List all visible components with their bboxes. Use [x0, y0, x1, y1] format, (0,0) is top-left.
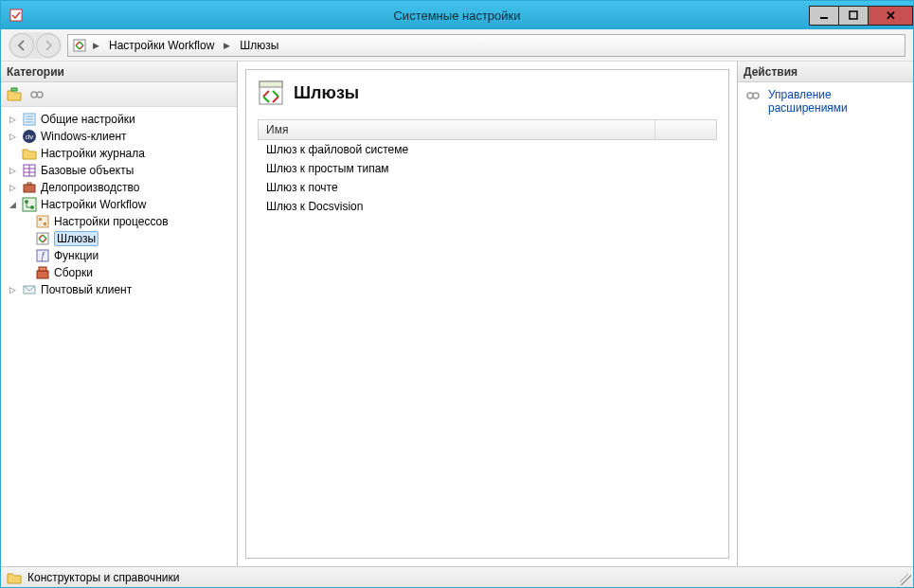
tree-item-wf-settings[interactable]: ◢ Настройки Workflow — [5, 196, 235, 213]
expand-icon[interactable]: ▷ — [7, 115, 18, 124]
svg-point-27 — [747, 93, 753, 98]
svg-rect-22 — [37, 271, 48, 278]
mail-icon — [22, 282, 37, 297]
expand-icon[interactable]: ▷ — [7, 183, 18, 192]
tree-item-workflow[interactable]: ▷ Делопроизводство — [5, 179, 235, 196]
expand-icon[interactable]: ▷ — [7, 132, 18, 141]
categories-panel: Категории ▷ Общие настройки ▷ — [1, 62, 238, 566]
titlebar: Системные настройки ✕ — [1, 1, 913, 29]
svg-rect-2 — [850, 11, 857, 19]
svg-point-14 — [25, 200, 28, 204]
status-bar: Конструкторы и справочники — [1, 566, 913, 587]
navigation-bar: ▶ Настройки Workflow ▶ Шлюзы — [1, 29, 913, 62]
folder-tree-icon[interactable] — [7, 87, 22, 102]
svg-rect-3 — [74, 40, 85, 51]
tree-item-wf-gateways[interactable]: ▷ Шлюзы — [18, 230, 235, 247]
folder-icon — [7, 570, 22, 585]
tree-label: Делопроизводство — [41, 181, 139, 194]
svg-rect-11 — [24, 185, 35, 192]
app-icon — [9, 8, 24, 23]
window-title: Системные настройки — [1, 9, 913, 23]
tree-item-baseobjects[interactable]: ▷ Базовые объекты — [5, 162, 235, 179]
tree-label: Сборки — [54, 266, 93, 279]
tree-label: Общие настройки — [41, 113, 135, 126]
gateway-row[interactable]: Шлюз к почте — [258, 178, 717, 197]
gateway-name: Шлюз к простым типам — [266, 162, 389, 175]
svg-point-6 — [37, 92, 43, 98]
tree-item-general[interactable]: ▷ Общие настройки — [5, 111, 235, 128]
content-panel: Шлюзы Имя Шлюз к файловой системе Шлюз к… — [238, 62, 737, 566]
breadcrumb-root[interactable]: Настройки Workflow — [105, 35, 218, 56]
link-icon[interactable] — [29, 87, 45, 102]
actions-header: Действия — [738, 62, 913, 82]
collapse-icon[interactable]: ◢ — [7, 200, 18, 209]
column-name[interactable]: Имя — [259, 120, 655, 139]
svg-rect-0 — [10, 9, 22, 21]
svg-rect-13 — [23, 198, 36, 211]
tree-item-winclient[interactable]: ▷ dv Windows-клиент — [5, 128, 235, 145]
minimize-button[interactable] — [809, 6, 839, 26]
breadcrumb-root-label: Настройки Workflow — [109, 39, 214, 52]
content-inner: Шлюзы Имя Шлюз к файловой системе Шлюз к… — [245, 69, 729, 559]
breadcrumb-leaf[interactable]: Шлюзы — [236, 35, 282, 56]
tree-label: Почтовый клиент — [41, 283, 132, 296]
assembly-icon — [35, 265, 50, 280]
tree-item-wf-assemblies[interactable]: ▷ Сборки — [18, 264, 235, 281]
settings-icon — [22, 112, 37, 127]
gateway-icon — [35, 231, 50, 246]
back-button[interactable] — [9, 33, 34, 58]
svg-point-28 — [753, 93, 759, 98]
tree-label: Настройки Workflow — [41, 198, 146, 211]
svg-rect-4 — [11, 88, 17, 91]
svg-rect-23 — [39, 267, 46, 271]
gateway-name: Шлюз к почте — [266, 181, 338, 194]
nav-buttons — [9, 32, 62, 59]
function-icon: ƒ — [35, 248, 50, 263]
tree-label: Настройки журнала — [41, 147, 145, 160]
svg-text:ƒ: ƒ — [40, 251, 45, 261]
svg-rect-17 — [39, 218, 42, 221]
dv-icon: dv — [22, 129, 37, 144]
breadcrumb-sep-icon: ▶ — [89, 41, 103, 50]
maximize-button[interactable] — [838, 6, 869, 26]
table-icon — [22, 163, 37, 178]
grid-header: Имя — [258, 119, 717, 140]
body: Категории ▷ Общие настройки ▷ — [1, 62, 913, 566]
grid-body: Шлюз к файловой системе Шлюз к простым т… — [258, 140, 717, 216]
close-button[interactable]: ✕ — [868, 6, 913, 26]
breadcrumb[interactable]: ▶ Настройки Workflow ▶ Шлюзы — [67, 34, 905, 57]
breadcrumb-leaf-label: Шлюзы — [240, 39, 278, 52]
window-buttons: ✕ — [810, 6, 913, 26]
svg-point-5 — [31, 92, 37, 98]
categories-toolbar — [1, 82, 237, 107]
tree-item-wf-processes[interactable]: ▷ Настройки процессов — [18, 213, 235, 230]
column-spacer — [655, 120, 716, 139]
gateway-row[interactable]: Шлюз к файловой системе — [258, 140, 717, 159]
link-icon — [745, 88, 761, 103]
action-manage-extensions[interactable]: Управление расширениями — [738, 82, 913, 120]
content-title: Шлюзы — [294, 83, 359, 103]
tree-label-selected: Шлюзы — [54, 231, 99, 246]
forward-button[interactable] — [36, 33, 61, 58]
folder-icon — [22, 146, 37, 161]
tree-label: Функции — [54, 249, 99, 262]
breadcrumb-root-icon — [72, 38, 87, 53]
tree-item-journal[interactable]: ▷ Настройки журнала — [5, 145, 235, 162]
briefcase-icon — [22, 180, 37, 195]
resize-grip[interactable] — [900, 574, 911, 585]
breadcrumb-sep-icon: ▶ — [220, 41, 234, 50]
tree-item-wf-functions[interactable]: ▷ ƒ Функции — [18, 247, 235, 264]
categories-tree[interactable]: ▷ Общие настройки ▷ dv Windows-клиент ▷ … — [1, 107, 237, 566]
svg-rect-26 — [260, 81, 282, 87]
gateway-row[interactable]: Шлюз к простым типам — [258, 159, 717, 178]
content-header: Шлюзы — [246, 70, 728, 114]
svg-rect-1 — [820, 17, 828, 19]
svg-point-15 — [30, 205, 34, 209]
tree-item-mailclient[interactable]: ▷ Почтовый клиент — [5, 281, 235, 298]
expand-icon[interactable]: ▷ — [7, 166, 18, 175]
gateway-large-icon — [258, 80, 284, 106]
expand-icon[interactable]: ▷ — [7, 285, 18, 294]
gateway-row[interactable]: Шлюз к Docsvision — [258, 197, 717, 216]
actions-panel: Действия Управление расширениями — [737, 62, 913, 566]
svg-rect-12 — [27, 183, 31, 185]
